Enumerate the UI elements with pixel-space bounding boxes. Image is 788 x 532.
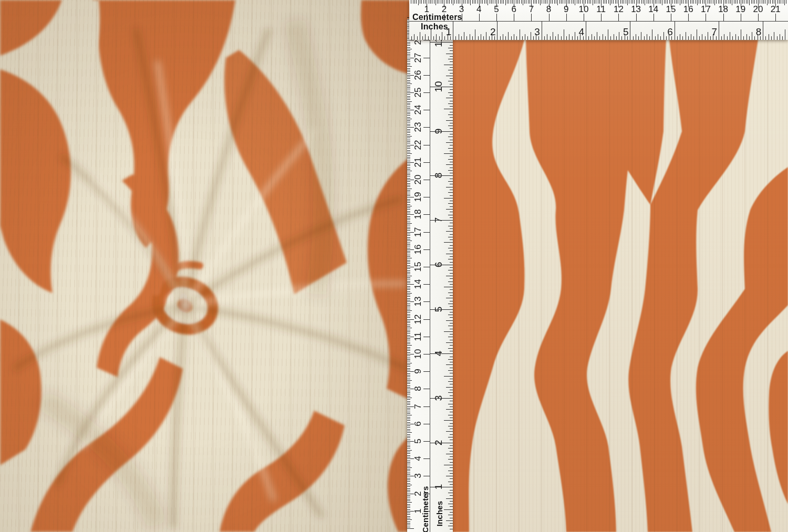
inch-tick <box>566 36 567 40</box>
inch-tick <box>719 22 719 40</box>
inch-tick <box>758 34 758 40</box>
inch-tick <box>450 340 453 340</box>
cm-tick <box>672 0 673 4</box>
cm-number: 20 <box>413 175 423 185</box>
cm-tick <box>472 0 473 4</box>
inch-tick <box>450 351 453 351</box>
inch-tick <box>448 170 453 171</box>
cm-number-tick <box>423 162 430 163</box>
cm-tick <box>685 0 686 4</box>
cm-number-tick <box>423 214 430 215</box>
cm-tick <box>407 237 410 238</box>
inch-tick <box>446 76 453 76</box>
vertical-ruler-inch-label: Inches <box>435 501 444 527</box>
inch-tick <box>446 298 453 298</box>
cm-tick <box>407 241 412 241</box>
inch-tick <box>448 459 453 460</box>
inch-tick <box>652 29 652 40</box>
cm-tick <box>407 256 410 257</box>
inch-tick <box>511 36 512 40</box>
inch-tick <box>430 265 453 265</box>
cm-tick <box>493 0 493 4</box>
inch-tick <box>450 289 453 290</box>
cm-tick <box>516 0 516 4</box>
cm-tick <box>681 0 682 4</box>
cm-tick <box>551 0 551 4</box>
inch-tick <box>508 32 509 40</box>
inch-tick <box>448 70 453 70</box>
inch-tick <box>450 262 453 263</box>
cm-tick <box>407 132 410 133</box>
cm-tick <box>407 53 410 53</box>
inch-tick <box>522 36 523 40</box>
cm-tick <box>407 235 410 236</box>
cm-tick <box>448 0 448 4</box>
cm-tick <box>407 286 410 287</box>
inch-tick <box>450 112 453 112</box>
cm-number: 23 <box>413 122 423 132</box>
cm-number-tick <box>549 14 549 21</box>
cm-tick <box>486 0 486 4</box>
cm-tick <box>432 0 432 4</box>
cm-tick <box>569 0 570 4</box>
inch-tick <box>450 301 453 301</box>
cm-tick <box>407 375 410 375</box>
cm-number: 14 <box>648 4 658 15</box>
inch-tick <box>675 22 675 40</box>
cm-tick <box>727 0 727 4</box>
cm-tick <box>407 448 410 448</box>
inch-tick <box>448 226 453 226</box>
cm-tick <box>407 469 410 470</box>
cm-tick <box>734 0 734 4</box>
inch-tick <box>450 195 453 196</box>
inch-tick <box>682 36 683 40</box>
cm-tick <box>407 366 410 367</box>
inch-tick <box>448 203 453 204</box>
cm-tick <box>568 0 568 4</box>
inch-tick <box>450 50 453 51</box>
cm-number: 13 <box>631 4 641 15</box>
cm-tick <box>414 0 415 4</box>
cm-tick <box>407 63 410 64</box>
inch-tick <box>655 36 656 40</box>
cm-tick <box>407 45 410 46</box>
cm-number-tick <box>423 511 430 512</box>
cm-tick <box>605 0 605 4</box>
cm-tick <box>407 382 410 382</box>
inch-tick <box>658 34 658 40</box>
cm-tick <box>407 488 410 489</box>
cm-number: 5 <box>413 439 423 443</box>
cm-tick <box>407 141 410 142</box>
inch-tick <box>450 429 453 429</box>
inch-tick <box>603 34 603 40</box>
cm-number-tick <box>584 14 584 21</box>
inch-tick <box>446 164 453 165</box>
cm-tick <box>407 392 410 393</box>
inch-tick <box>442 32 442 40</box>
cm-tick <box>737 0 738 4</box>
cm-tick <box>407 50 410 51</box>
cm-tick <box>407 283 410 283</box>
inch-tick <box>444 420 453 421</box>
cm-number-tick <box>423 40 430 40</box>
cm-tick <box>407 80 410 81</box>
cm-tick <box>407 518 410 518</box>
inch-tick <box>450 140 453 140</box>
cm-number-tick <box>706 14 706 21</box>
cm-tick <box>407 70 410 70</box>
cm-tick <box>407 291 410 292</box>
cm-tick <box>407 486 410 487</box>
cm-tick <box>407 136 412 137</box>
ruler-divider <box>430 19 430 532</box>
cm-number: 4 <box>476 4 481 15</box>
inch-tick <box>450 61 453 62</box>
cm-tick <box>407 466 410 466</box>
cm-tick <box>465 0 465 4</box>
inch-tick <box>599 36 600 40</box>
cm-number: 10 <box>413 349 423 359</box>
cm-number: 13 <box>413 297 423 307</box>
cm-tick <box>407 343 410 344</box>
cm-tick <box>627 0 628 5</box>
cm-tick <box>693 0 694 4</box>
inch-tick <box>448 482 453 482</box>
